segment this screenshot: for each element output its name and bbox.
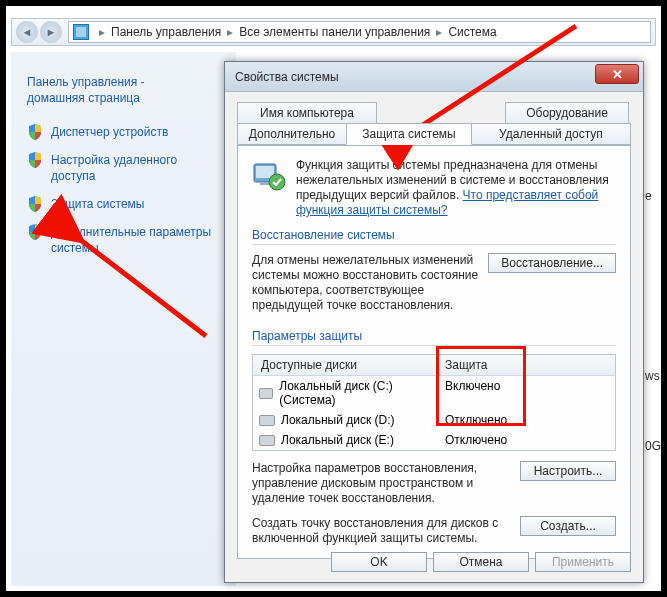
shield-icon: [27, 152, 43, 168]
disk-icon: [259, 415, 275, 426]
system-properties-dialog: Свойства системы ✕ Имя компьютера Защита…: [224, 61, 644, 583]
sidebar-item-label: Диспетчер устройств: [51, 124, 168, 140]
chevron-right-icon: ▸: [227, 25, 233, 39]
protection-group-title: Параметры защиты: [252, 329, 616, 343]
control-panel-home-link[interactable]: Панель управления - домашняя страница: [27, 74, 220, 106]
shield-icon: [27, 196, 43, 212]
system-protection-icon: [252, 158, 286, 192]
col-protection[interactable]: Защита: [437, 355, 615, 375]
tab-remote[interactable]: Удаленный доступ: [471, 123, 631, 145]
disk-icon: [259, 388, 273, 399]
address-bar: ◄ ► ▸ Панель управления ▸ Все элементы п…: [11, 18, 656, 46]
breadcrumb-seg-3[interactable]: Система: [448, 25, 496, 39]
sidebar-item-label: Настройка удаленного доступа: [51, 152, 220, 184]
dialog-title: Свойства системы: [235, 70, 339, 84]
restore-description: Для отмены нежелательных изменений систе…: [252, 253, 480, 313]
configure-description: Настройка параметров восстановления, упр…: [252, 461, 512, 506]
svg-rect-2: [260, 182, 270, 185]
restore-button[interactable]: Восстановление...: [488, 253, 616, 273]
sidebar-item-system-protection[interactable]: Защита системы: [27, 196, 220, 212]
svg-point-3: [269, 174, 285, 190]
sidebar-item-label: Дополнительные параметры системы: [51, 224, 220, 256]
restore-group-title: Восстановление системы: [252, 228, 616, 242]
tab-hardware[interactable]: Оборудование: [505, 102, 629, 124]
create-button[interactable]: Создать...: [520, 516, 616, 536]
sidebar-item-remote-settings[interactable]: Настройка удаленного доступа: [27, 152, 220, 184]
shield-icon: [27, 224, 43, 240]
disk-row[interactable]: Локальный диск (D:) Отключено: [253, 410, 615, 430]
sidebar-item-device-manager[interactable]: Диспетчер устройств: [27, 124, 220, 140]
col-available-disks[interactable]: Доступные диски: [253, 355, 437, 375]
chevron-right-icon: ▸: [99, 25, 105, 39]
tab-computer-name[interactable]: Имя компьютера: [237, 102, 377, 124]
cancel-button[interactable]: Отмена: [433, 552, 529, 572]
apply-button[interactable]: Применить: [535, 552, 631, 572]
configure-button[interactable]: Настроить...: [520, 461, 616, 481]
chevron-right-icon: ▸: [436, 25, 442, 39]
disk-table: Доступные диски Защита Локальный диск (C…: [252, 354, 616, 451]
disk-row[interactable]: Локальный диск (C:) (Система) Включено: [253, 376, 615, 410]
create-description: Создать точку восстановления для дисков …: [252, 516, 512, 546]
tab-system-protection[interactable]: Защита системы: [346, 123, 472, 145]
sidebar-item-label: Защита системы: [51, 196, 144, 212]
nav-back-button[interactable]: ◄: [16, 21, 38, 43]
info-text: Функция защиты системы предназначена для…: [296, 158, 616, 218]
breadcrumb-seg-1[interactable]: Панель управления: [111, 25, 221, 39]
nav-forward-button[interactable]: ►: [40, 21, 62, 43]
cropped-text: е ws 0G: [645, 166, 659, 476]
ok-button[interactable]: OK: [331, 552, 427, 572]
dialog-titlebar[interactable]: Свойства системы ✕: [225, 62, 643, 92]
control-panel-icon: [73, 24, 89, 40]
tab-advanced[interactable]: Дополнительно: [237, 123, 347, 145]
breadcrumb-seg-2[interactable]: Все элементы панели управления: [239, 25, 430, 39]
close-button[interactable]: ✕: [595, 64, 639, 84]
shield-icon: [27, 124, 43, 140]
disk-icon: [259, 435, 275, 446]
sidebar: Панель управления - домашняя страница Ди…: [11, 52, 236, 586]
disk-row[interactable]: Локальный диск (E:) Отключено: [253, 430, 615, 450]
sidebar-item-advanced-system-settings[interactable]: Дополнительные параметры системы: [27, 224, 220, 256]
